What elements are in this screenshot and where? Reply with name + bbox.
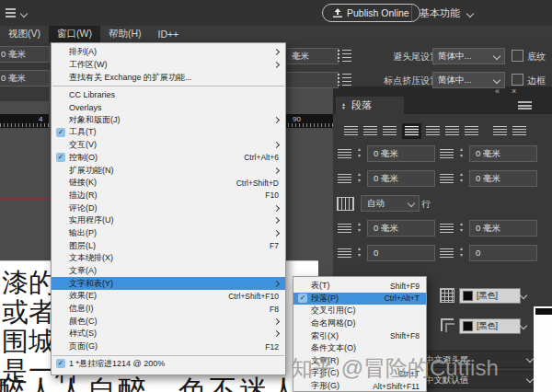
window-menu-item[interactable]: 颜色(C) xyxy=(52,315,285,328)
mojikumi-dropdown[interactable]: 简体中... xyxy=(432,72,505,88)
indent-value-field[interactable]: 0 毫米 xyxy=(0,70,50,86)
window-menu-item[interactable]: 输出(P) xyxy=(52,227,285,240)
menu-right xyxy=(274,118,279,122)
close-panel-icon[interactable]: × xyxy=(512,86,516,96)
menu-right xyxy=(274,282,279,286)
stepper[interactable]: ▴▾ xyxy=(457,146,466,159)
window-menu-item[interactable]: ✓工具(T) xyxy=(52,126,285,139)
window-menu-item[interactable]: 描边(R)F10 xyxy=(52,190,285,202)
window-menu-item[interactable]: 评论(D) xyxy=(52,202,285,214)
menu-window[interactable]: 窗口(W) xyxy=(49,26,100,42)
window-menu-item[interactable]: 交互(V) xyxy=(52,139,285,152)
window-menu-item[interactable]: 样式(S) xyxy=(52,328,285,340)
menu-item-label: 交互(V) xyxy=(69,139,97,151)
window-menu-item[interactable]: 链接(K)Ctrl+Shift+D xyxy=(52,177,285,190)
window-menu-item[interactable]: CC Libraries xyxy=(52,88,285,101)
first-line-indent-field[interactable]: 0 毫米 xyxy=(367,170,435,187)
ruler-number: 4 xyxy=(39,115,42,123)
window-menu-item[interactable]: 文章(A) xyxy=(52,265,285,278)
chevron-down-icon[interactable] xyxy=(20,10,28,17)
stepper[interactable]: ▴▾ xyxy=(355,171,363,184)
align-left-icon[interactable] xyxy=(344,126,358,136)
border-checkbox[interactable] xyxy=(512,74,523,86)
window-menu-item[interactable]: Overlays xyxy=(52,101,285,114)
stepper[interactable]: ▴▾ xyxy=(457,246,466,259)
align-center-icon[interactable] xyxy=(363,126,377,136)
window-menu-item[interactable]: 文本绕排(X) xyxy=(52,252,285,265)
window-menu-item[interactable]: 页面(G)F12 xyxy=(52,340,285,353)
window-menu-item[interactable]: 扩展功能(N) xyxy=(52,164,285,177)
panel-tab-row: ▲▼ 段落 xyxy=(333,97,552,114)
chevron-down-icon[interactable] xyxy=(520,292,527,299)
justify-all-icon[interactable] xyxy=(465,126,478,136)
menu-view[interactable]: 视图(V) xyxy=(0,26,49,42)
space-after-field[interactable]: 0 毫米 xyxy=(469,220,537,236)
publish-online-button[interactable]: Publish Online xyxy=(322,4,420,22)
menu-item-label: 扩展功能(N) xyxy=(69,165,114,177)
window-menu-item[interactable]: 图层(L)F7 xyxy=(52,239,285,252)
chevron-down-icon[interactable] xyxy=(520,322,527,329)
window-menu-item[interactable]: 实用程序(U) xyxy=(52,214,285,227)
stepper[interactable]: ▴▾ xyxy=(457,171,466,184)
border-color-dropdown[interactable]: [黑色] xyxy=(459,318,521,334)
menu-item-label: 页面(G) xyxy=(69,340,98,352)
type-submenu-item[interactable]: ✓段落(P)Ctrl+Alt+T xyxy=(293,293,426,306)
grid-dropdown-value: 自动 xyxy=(367,198,385,208)
justify-last-right-icon[interactable] xyxy=(445,126,459,136)
tab-paragraph[interactable]: ▲▼ 段落 xyxy=(336,97,404,114)
horizontal-ruler-left[interactable]: 4 xyxy=(0,114,49,128)
window-menu-item[interactable]: 工作区(W) xyxy=(52,59,285,72)
justify-last-center-icon[interactable] xyxy=(426,126,440,136)
publish-online-label: Publish Online xyxy=(347,7,409,18)
window-menu-item[interactable]: 查找有关 Exchange 的扩展功能... xyxy=(52,71,285,84)
align-away-spine-icon[interactable] xyxy=(512,126,526,136)
shading-checkbox[interactable] xyxy=(512,50,523,62)
stepper[interactable]: ▴▾ xyxy=(355,146,363,159)
drop-cap-chars-icon xyxy=(440,248,454,259)
window-menu-item[interactable]: 效果(E)Ctrl+Shift+F10 xyxy=(52,290,285,303)
stepper[interactable]: ▴▾ xyxy=(355,221,363,234)
space-before-field[interactable]: 0 毫米 xyxy=(367,220,435,236)
type-submenu-item[interactable]: 命名网格(D) xyxy=(293,317,426,330)
upload-icon xyxy=(333,8,342,18)
menu-item-label: 工具(T) xyxy=(69,126,97,138)
justify-last-left-icon[interactable] xyxy=(405,126,419,136)
window-menu-item[interactable]: 对象和版面(J) xyxy=(52,113,285,126)
chevron-down-icon xyxy=(408,200,415,207)
type-submenu-item[interactable]: 交叉引用(C) xyxy=(293,305,426,317)
horizontal-ruler-mid[interactable]: 90 xyxy=(281,114,339,128)
ruler-number: 90 xyxy=(293,115,301,123)
drop-cap-chars-field[interactable]: 0 xyxy=(469,245,537,261)
window-menu-item[interactable]: 文字和表(Y) xyxy=(52,277,285,290)
window-menu-item[interactable]: 排列(A) xyxy=(52,46,285,59)
indent-value-field[interactable]: 0 毫米 xyxy=(0,46,50,63)
grid-dropdown[interactable]: 自动 xyxy=(361,195,420,212)
right-indent-field[interactable]: 0 毫米 xyxy=(469,145,537,162)
shading-color-dropdown[interactable]: [黑色] xyxy=(459,288,521,304)
kinsoku-dropdown[interactable]: 简体中... xyxy=(432,48,505,64)
black-swatch xyxy=(463,321,473,331)
app-panel-grid-icon[interactable] xyxy=(6,8,16,17)
left-indent-field[interactable]: 0 毫米 xyxy=(367,145,435,162)
value-field[interactable] xyxy=(282,72,339,88)
check-icon: ✓ xyxy=(56,128,65,137)
stepper[interactable]: ▴▾ xyxy=(355,246,363,259)
workspace-switcher[interactable]: 基本功能 xyxy=(420,6,473,20)
panel-menu-icon[interactable] xyxy=(518,101,532,110)
align-toward-spine-icon[interactable] xyxy=(493,126,507,136)
type-submenu-item[interactable]: 索引(X)Shift+F8 xyxy=(293,329,426,342)
type-submenu-item[interactable]: 表(T)Shift+F9 xyxy=(293,280,426,293)
align-right-icon[interactable] xyxy=(383,126,397,136)
mojikumi-settings-label: 标点挤压设置: xyxy=(353,75,442,87)
paragraph-shading-icon xyxy=(440,288,454,303)
window-menu-item[interactable]: 信息(I)F8 xyxy=(52,303,285,316)
window-menu-item[interactable]: ✓1 *悬挂缩进1214 @ 200% xyxy=(52,358,285,371)
drop-cap-lines-field[interactable]: 0 xyxy=(367,245,435,261)
last-line-indent-field[interactable]: 0 毫米 xyxy=(469,170,537,187)
ruler-ticks xyxy=(281,123,339,127)
window-menu-item[interactable]: ✓控制(O)Ctrl+Alt+6 xyxy=(52,152,285,165)
stepper[interactable]: ▴▾ xyxy=(457,221,466,234)
menu-idpp[interactable]: ID++ xyxy=(149,26,187,42)
value-field[interactable]: 毫米 xyxy=(282,48,339,64)
menu-help[interactable]: 帮助(H) xyxy=(100,26,150,42)
